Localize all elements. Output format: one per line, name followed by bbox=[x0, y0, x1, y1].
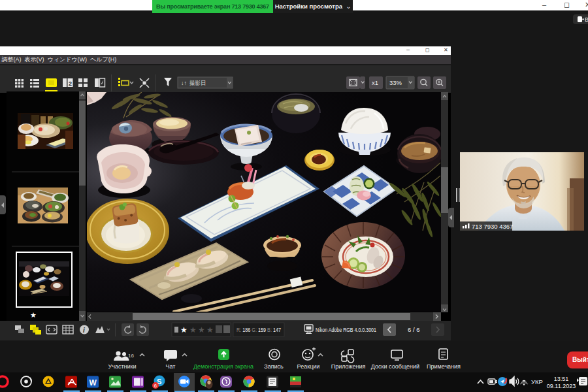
svg-text:↓↑: ↓↑ bbox=[181, 80, 187, 86]
svg-text:R: 186 G: 159 B: 147: R: 186 G: 159 B: 147 bbox=[237, 327, 281, 333]
svg-text:Приложения: Приложения bbox=[331, 363, 366, 370]
svg-text:★: ★ bbox=[189, 325, 197, 335]
svg-text:09.11.2023: 09.11.2023 bbox=[547, 383, 576, 389]
svg-text:13:51: 13:51 bbox=[554, 376, 569, 382]
svg-text:33%: 33% bbox=[389, 79, 402, 86]
svg-text:★: ★ bbox=[206, 325, 214, 335]
svg-text:★: ★ bbox=[30, 311, 37, 319]
svg-text:★: ★ bbox=[180, 325, 188, 335]
svg-text:Примечания: Примечания bbox=[427, 363, 461, 370]
svg-text:2: 2 bbox=[69, 80, 72, 87]
svg-text:6: 6 bbox=[154, 383, 157, 389]
svg-text:В: В bbox=[585, 16, 588, 23]
svg-text:i: i bbox=[83, 327, 85, 334]
svg-text:УКР: УКР bbox=[531, 378, 543, 385]
svg-text:Доски сообщений: Доски сообщений bbox=[371, 363, 419, 370]
svg-text:W: W bbox=[90, 378, 97, 387]
svg-text:Запись: Запись bbox=[264, 363, 284, 370]
svg-text:x1: x1 bbox=[372, 79, 378, 86]
svg-text:Nikon Adobe RGB 4.0.0.3001: Nikon Adobe RGB 4.0.0.3001 bbox=[316, 326, 376, 333]
svg-text:16: 16 bbox=[128, 353, 134, 359]
svg-text:撮影日: 撮影日 bbox=[189, 80, 206, 86]
svg-text:Демонстрация экрана: Демонстрация экрана bbox=[193, 363, 253, 370]
svg-text:6 / 6: 6 / 6 bbox=[408, 326, 420, 333]
svg-text:Участники: Участники bbox=[108, 363, 137, 370]
svg-text:Реакции: Реакции bbox=[297, 363, 320, 370]
svg-text:★: ★ bbox=[198, 325, 205, 335]
svg-text:713 7930 4367: 713 7930 4367 bbox=[472, 223, 513, 230]
svg-text:Чат: Чат bbox=[166, 363, 176, 370]
